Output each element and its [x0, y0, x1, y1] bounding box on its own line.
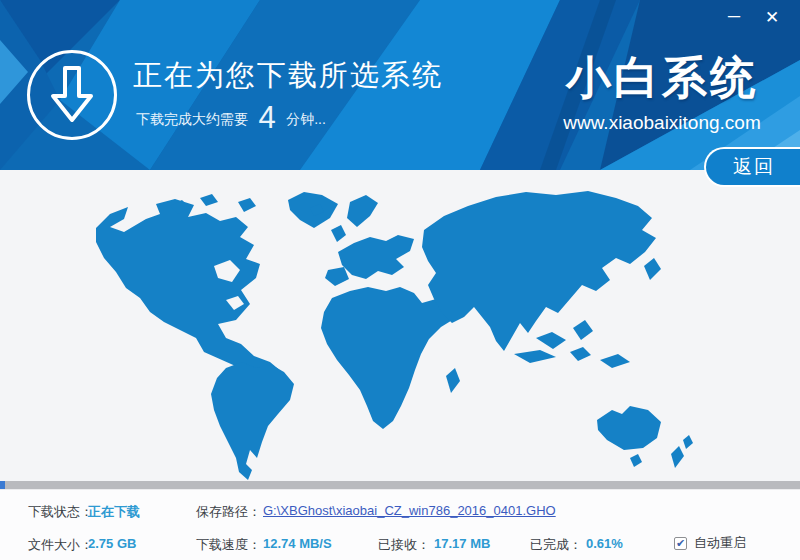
continent-africa	[321, 287, 454, 429]
close-button[interactable]: ✕	[758, 4, 786, 30]
island-sulawesi	[570, 347, 591, 361]
region-britain	[331, 225, 346, 242]
download-status-label: 下载状态：	[28, 503, 93, 521]
progress-fill	[0, 481, 5, 489]
continent-north-america	[96, 199, 282, 380]
header: ─ ✕ 正在为您下载所选系统 下载完成大约需要 4 分钟... 小白系统 www…	[0, 0, 800, 170]
island-borneo	[536, 332, 566, 349]
auto-restart-label: 自动重启	[694, 534, 746, 552]
save-path-link[interactable]: G:\XBGhost\xiaobai_CZ_win786_2016_0401.G…	[263, 503, 556, 518]
received-label: 已接收：	[378, 536, 430, 554]
download-status-value: 正在下载	[88, 503, 140, 521]
island-madagascar	[446, 368, 460, 393]
back-button[interactable]: 返回	[704, 147, 800, 187]
checkbox-check-icon: ✔	[674, 537, 687, 550]
island-new-zealand	[671, 446, 684, 468]
eta-text: 下载完成大约需要 4 分钟...	[136, 100, 326, 136]
brand-block: 小白系统 www.xiaobaixitong.com	[556, 48, 768, 134]
island-sumatra-java	[514, 350, 556, 363]
continent-south-america	[211, 362, 294, 480]
world-map	[0, 170, 800, 481]
island-new-zealand	[683, 435, 693, 449]
eta-suffix: 分钟...	[286, 111, 326, 127]
save-path-label: 保存路径：	[196, 503, 261, 521]
island-japan	[644, 258, 661, 280]
continent-asia	[422, 191, 656, 351]
continent-australia	[597, 406, 661, 450]
continent-europe	[338, 235, 414, 279]
speed-label: 下载速度：	[196, 536, 261, 554]
arctic-island	[238, 198, 256, 212]
brand-logo: 小白系统	[556, 48, 768, 108]
speed-value: 12.74 MB/S	[263, 536, 332, 551]
status-bar: 下载状态： 正在下载 保存路径： G:\XBGhost\xiaobai_CZ_w…	[0, 489, 800, 560]
eta-minutes: 4	[252, 100, 281, 135]
eta-prefix: 下载完成大约需要	[136, 111, 248, 127]
island-new-guinea	[600, 354, 630, 368]
arctic-island	[200, 194, 218, 206]
download-arrow-icon	[43, 64, 101, 126]
island-tasmania	[630, 454, 642, 467]
minimize-button[interactable]: ─	[720, 4, 748, 30]
file-size-value: 2.75 GB	[88, 536, 136, 551]
completed-value: 0.61%	[586, 536, 623, 551]
completed-label: 已完成：	[530, 536, 582, 554]
file-size-label: 文件大小：	[28, 536, 93, 554]
download-circle-icon	[27, 50, 117, 140]
app-window: ─ ✕ 正在为您下载所选系统 下载完成大约需要 4 分钟... 小白系统 www…	[0, 0, 800, 560]
download-progress-bar	[0, 481, 800, 489]
brand-website: www.xiaobaixitong.com	[556, 112, 768, 134]
map-area	[0, 170, 800, 481]
auto-restart-checkbox[interactable]: ✔ 自动重启	[674, 534, 746, 552]
island-philippines	[573, 320, 593, 340]
page-title: 正在为您下载所选系统	[133, 56, 443, 96]
region-scandinavia	[347, 195, 378, 227]
received-value: 17.17 MB	[434, 536, 490, 551]
region-iberia	[325, 267, 349, 286]
